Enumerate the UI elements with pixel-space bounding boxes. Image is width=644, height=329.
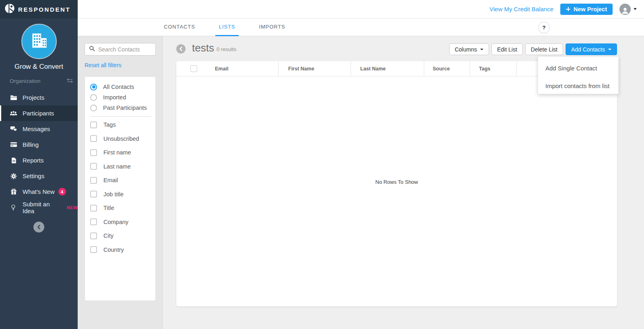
workspace-name: Grow & Convert [0,63,78,71]
sidebar-item-label: Projects [23,94,44,101]
checkbox[interactable] [90,163,97,170]
filter-checkbox-first-name[interactable]: First name [90,146,151,160]
new-project-label: New Project [574,6,607,12]
checkbox-label: Company [103,219,128,225]
columns-label: Columns [455,46,477,53]
column-label: Email [215,66,228,72]
checkbox[interactable] [90,149,97,156]
sidebar-item-label: Settings [23,173,44,179]
checkbox[interactable] [90,205,97,212]
gear-icon [10,173,17,179]
checkbox-label: Tags [103,121,116,128]
brand-name: RESPONDENT [18,6,70,13]
filter-checkbox-last-name[interactable]: Last name [90,160,151,174]
sidebar-item-messages[interactable]: Messages [0,121,78,137]
checkbox-label: Title [103,205,114,211]
checkbox-label: Unsubscribed [103,136,139,142]
workspace-logo[interactable] [21,24,57,59]
radio-label: All Contacts [103,84,134,90]
filter-checkbox-job-title[interactable]: Job title [90,187,151,202]
sidebar-item-projects[interactable]: Projects [0,90,78,105]
column-header-first-name[interactable]: First Name [278,61,351,76]
radio-button[interactable] [90,84,97,90]
columns-button[interactable]: Columns [449,43,489,55]
column-header-email[interactable]: Email [201,61,278,76]
whats-new-count-badge: 4 [58,188,66,195]
radio-past-participants[interactable]: Past Participants [90,103,151,113]
checkbox-label: Email [103,177,118,183]
checkbox[interactable] [90,232,97,239]
tab-lists-label: LISTS [219,24,235,30]
checkbox[interactable] [90,121,97,128]
sidebar-item-reports[interactable]: Reports [0,152,78,168]
account-menu[interactable] [619,4,637,15]
add-contacts-button[interactable]: Add Contacts [566,43,617,55]
help-button[interactable]: ? [538,22,550,33]
filter-checkbox-unsubscribed[interactable]: Unsubscribed [90,132,151,146]
checkbox-label: City [103,232,114,239]
sidebar-item-label: Participants [23,110,54,117]
back-button[interactable] [176,44,186,53]
menu-item-import-contacts-from-list[interactable]: Import contacts from list [538,77,618,95]
radio-imported[interactable]: Imported [90,92,151,103]
top-bar: View My Credit Balance New Project [78,0,644,19]
filter-checkbox-tags[interactable]: Tags [90,118,151,132]
add-contacts-label: Add Contacts [571,46,605,53]
edit-list-button[interactable]: Edit List [491,43,523,55]
tab-imports[interactable]: IMPORTS [255,19,289,36]
select-all-cell [176,61,201,76]
sidebar-item-whats-new[interactable]: What's New 4 [0,184,78,199]
switch-organization-icon[interactable] [67,77,73,84]
radio-button[interactable] [90,105,97,111]
column-label: First Name [288,66,314,72]
lightbulb-icon [10,204,17,211]
chevron-left-icon [37,224,41,231]
sidebar-item-billing[interactable]: Billing [0,137,78,152]
filter-checkbox-title[interactable]: Title [90,201,151,215]
select-all-checkbox[interactable] [190,65,197,72]
document-icon [10,157,17,164]
chevron-left-icon [179,45,183,53]
checkbox[interactable] [90,191,97,197]
reset-all-filters-link[interactable]: Reset all filters [85,62,122,68]
search-contacts-input[interactable] [98,46,152,53]
checkbox-label: First name [103,149,131,156]
sidebar-item-submit-idea[interactable]: Submit an Idea NEW [0,199,78,215]
plus-icon [566,7,570,11]
organization-label: Organization [10,78,41,84]
column-header-last-name[interactable]: Last Name [351,61,424,76]
checkbox[interactable] [90,218,97,225]
checkbox[interactable] [90,177,97,184]
new-project-button[interactable]: New Project [560,4,613,15]
filter-checkbox-email[interactable]: Email [90,173,151,187]
view-credit-balance-link[interactable]: View My Credit Balance [489,6,553,12]
radio-all-contacts[interactable]: All Contacts [90,82,151,92]
delete-list-button[interactable]: Delete List [525,43,563,55]
tab-contacts-label: CONTACTS [164,24,195,30]
tab-lists[interactable]: LISTS [215,19,239,36]
sidebar-collapse-button[interactable] [33,222,44,232]
users-icon [10,110,17,116]
sidebar-item-settings[interactable]: Settings [0,168,78,184]
column-header-tags[interactable]: Tags [470,61,516,76]
filter-checkbox-city[interactable]: City [90,229,151,243]
search-icon [89,45,95,53]
buildings-icon [28,30,50,53]
radio-button[interactable] [90,94,97,101]
sidebar-item-participants[interactable]: Participants [0,105,78,121]
menu-item-add-single-contact[interactable]: Add Single Contact [538,59,618,77]
avatar [619,4,631,15]
checkbox[interactable] [90,135,97,142]
checkbox[interactable] [90,246,97,253]
filter-checkbox-country[interactable]: Country [90,243,151,257]
filter-column: Reset all filters All Contacts Imported … [78,36,163,329]
tab-contacts[interactable]: CONTACTS [160,19,199,36]
sidebar-item-label: Submit an Idea [23,201,63,214]
column-header-source[interactable]: Source [424,61,470,76]
filter-checkbox-company[interactable]: Company [90,215,151,229]
column-label: Tags [479,66,490,72]
brand-header[interactable]: RESPONDENT [0,0,78,19]
caret-down-icon [480,49,483,50]
organization-section-header: Organization [0,76,78,86]
workspace-block: Grow & Convert [0,19,78,71]
